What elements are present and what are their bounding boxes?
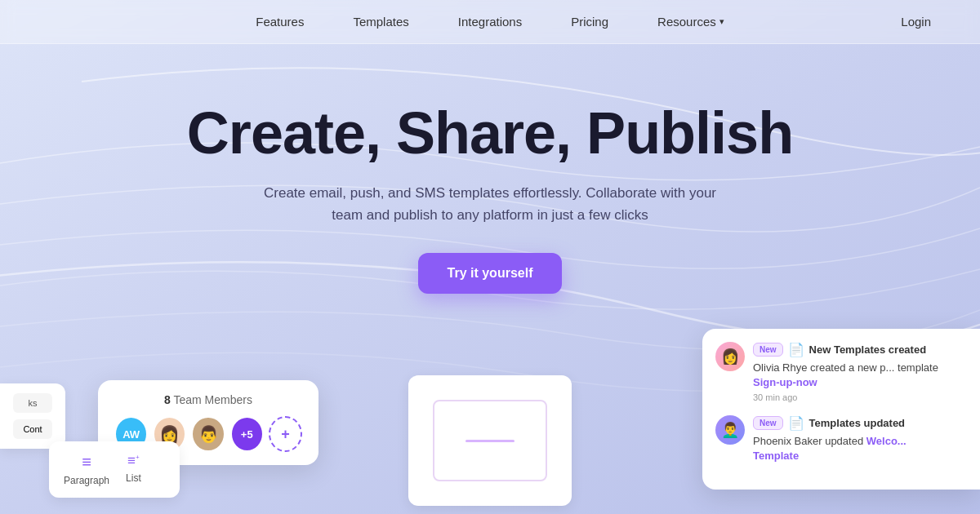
notification-2: 👨‍🦱 New 📄 Templates updated Phoenix Bake… — [715, 415, 967, 463]
template-icon-1: 📄 — [788, 342, 804, 357]
notif-text-1: Olivia Rhye created a new p... template … — [753, 361, 967, 390]
nav-features[interactable]: Features — [256, 15, 304, 29]
paragraph-label: Paragraph — [64, 475, 109, 486]
nav-links: Features Templates Integrations Pricing … — [49, 15, 931, 29]
template-preview-card — [408, 375, 572, 506]
notification-1: 👩 New 📄 New Templates created Olivia Rhy… — [715, 342, 967, 401]
notif-avatar-1: 👩 — [715, 342, 745, 371]
notif-badge-2: New — [753, 416, 783, 430]
edge-label-2: Cont — [13, 419, 52, 439]
cta-button[interactable]: Try it yourself — [418, 253, 563, 294]
hero-title: Create, Share, Publish — [0, 101, 980, 166]
notif-content-2: New 📄 Templates updated Phoenix Baker up… — [753, 415, 967, 463]
add-member-button[interactable]: + Add member — [269, 416, 302, 452]
notif-title-2: Templates updated — [809, 417, 906, 429]
notif-header-2: New 📄 Templates updated — [753, 415, 967, 431]
notif-title-1: New Templates created — [809, 343, 927, 356]
notif-text-2: Phoenix Baker updated Welco...Template — [753, 434, 967, 463]
notif-time-1: 30 min ago — [753, 392, 967, 402]
template-icon-2: 📄 — [788, 415, 804, 431]
nav-templates[interactable]: Templates — [353, 15, 408, 29]
notif-badge-1: New — [753, 343, 783, 357]
notif-header-1: New 📄 New Templates created — [753, 342, 967, 357]
edge-items: ks Cont — [13, 393, 52, 439]
notif-avatar-2: 👨‍🦱 — [715, 415, 745, 445]
list-icon: ≡+ — [126, 453, 141, 469]
notifications-panel: 👩 New 📄 New Templates created Olivia Rhy… — [702, 329, 980, 490]
hero-subtitle: Create email, push, and SMS templates ef… — [261, 182, 719, 226]
list-item[interactable]: ≡+ List — [126, 453, 141, 486]
paragraph-item[interactable]: ≡ Paragraph — [64, 453, 109, 486]
paragraph-icon: ≡ — [64, 453, 109, 472]
nav-pricing[interactable]: Pricing — [571, 15, 608, 29]
chevron-down-icon: ▾ — [719, 16, 724, 27]
template-inner — [433, 400, 547, 481]
notif-content-1: New 📄 New Templates created Olivia Rhye … — [753, 342, 967, 401]
left-edge-card: ks Cont — [0, 383, 65, 449]
list-label: List — [126, 472, 141, 484]
avatar-2: 👨 — [191, 416, 225, 452]
nav-integrations[interactable]: Integrations — [458, 15, 522, 29]
edge-label-1: ks — [13, 393, 52, 413]
template-decoration — [466, 440, 514, 442]
login-link[interactable]: Login — [901, 15, 931, 29]
hero-section: Create, Share, Publish Create email, pus… — [0, 44, 980, 294]
navbar: Features Templates Integrations Pricing … — [0, 0, 980, 44]
notif-link-1[interactable]: Sign-up-now — [753, 376, 817, 388]
avatar-overflow: +5 — [230, 416, 264, 452]
nav-resources[interactable]: Resources ▾ — [657, 15, 724, 29]
notif-link-2[interactable]: Welco...Template — [753, 435, 906, 462]
team-count-label: 8 Team Members — [114, 393, 302, 406]
paragraph-list-card: ≡ Paragraph ≡+ List — [49, 441, 180, 498]
cards-area: ks Cont 8 Team Members AW 👩 👨 +5 + Add m… — [0, 294, 980, 514]
plus-icon: + — [281, 426, 290, 443]
